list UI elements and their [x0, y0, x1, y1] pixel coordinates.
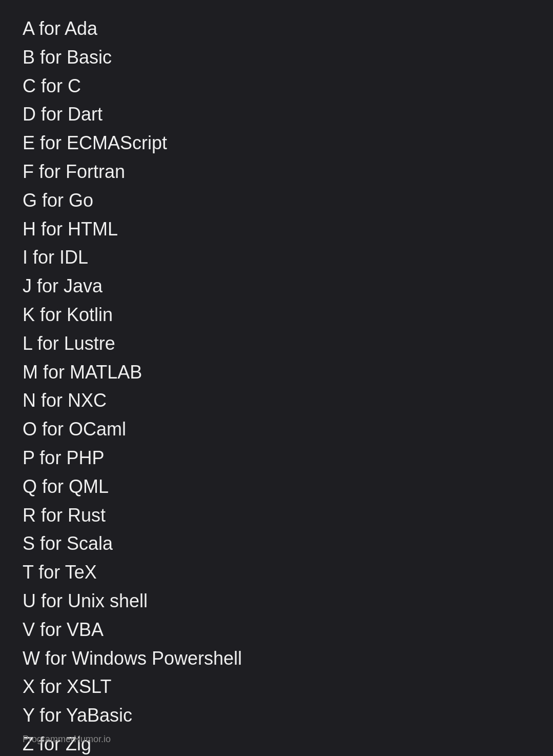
list-item-b: B for Basic: [23, 43, 530, 72]
list-item-i: I for IDL: [23, 243, 530, 272]
list-item-v: V for VBA: [23, 615, 530, 644]
list-item-w: W for Windows Powershell: [23, 644, 530, 673]
list-item-s: S for Scala: [23, 529, 530, 558]
list-item-l: L for Lustre: [23, 329, 530, 358]
footer-site: ProgrammerHumor.io: [23, 732, 111, 747]
list-item-d: D for Dart: [23, 100, 530, 129]
list-item-q: Q for QML: [23, 472, 530, 501]
list-item-r: R for Rust: [23, 501, 530, 530]
list-item-j: J for Java: [23, 272, 530, 301]
list-item-y: Y for YaBasic: [23, 701, 530, 730]
list-item-k: K for Kotlin: [23, 301, 530, 329]
list-item-h: H for HTML: [23, 215, 530, 244]
list-item-t: T for TeX: [23, 558, 530, 587]
list-item-u: U for Unix shell: [23, 587, 530, 615]
list-item-m: M for MATLAB: [23, 358, 530, 387]
list-item-n: N for NXC: [23, 386, 530, 415]
list-item-c: C for C: [23, 72, 530, 101]
list-item-a: A for Ada: [23, 14, 530, 43]
list-item-o: O for OCaml: [23, 415, 530, 444]
list-item-x: X for XSLT: [23, 672, 530, 701]
list-item-f: F for Fortran: [23, 157, 530, 186]
list-item-g: G for Go: [23, 186, 530, 215]
list-item-p: P for PHP: [23, 444, 530, 472]
list-item-e: E for ECMAScript: [23, 129, 530, 157]
alphabet-list: A for AdaB for BasicC for CD for DartE f…: [23, 14, 530, 756]
